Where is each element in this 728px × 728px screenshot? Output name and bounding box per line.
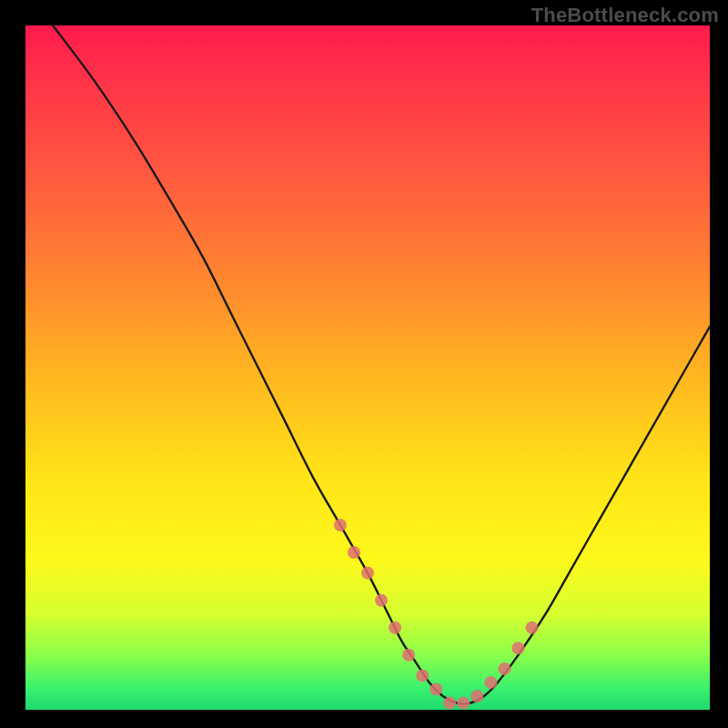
marker-dot [361,567,374,580]
plot-area [25,25,710,710]
marker-dot [375,594,388,607]
curve-layer [25,25,710,710]
highlight-markers [334,519,539,710]
marker-dot [402,649,415,662]
marker-dot [498,662,511,675]
marker-dot [389,622,401,634]
marker-dot [526,622,539,634]
marker-dot [457,697,470,710]
chart-frame: TheBottleneck.com [0,0,728,728]
watermark-text: TheBottleneck.com [531,4,719,27]
marker-dot [443,697,456,710]
marker-dot [416,669,429,682]
marker-dot [334,519,347,531]
marker-dot [511,642,524,654]
marker-dot [430,682,442,695]
marker-dot [470,690,483,703]
marker-dot [484,676,497,689]
marker-dot [348,546,360,559]
